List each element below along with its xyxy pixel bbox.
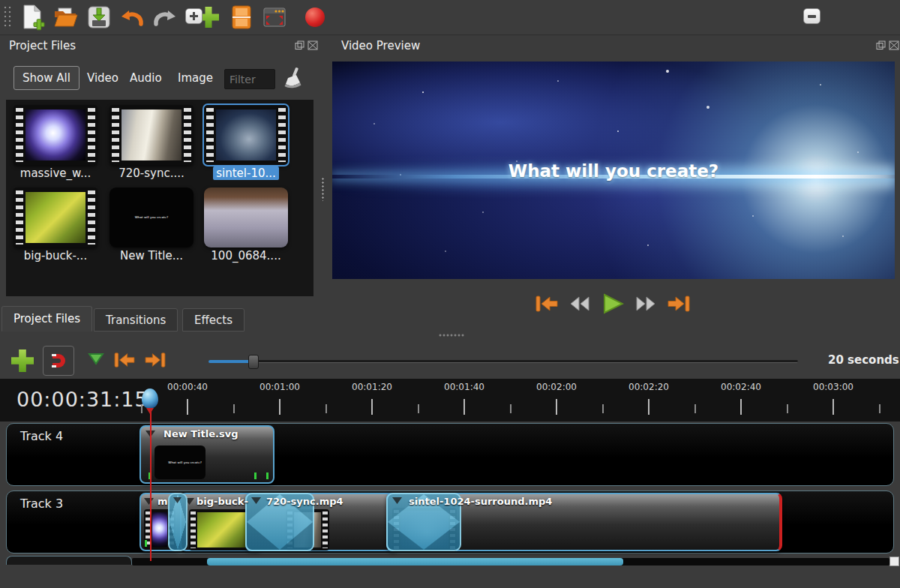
ruler-tick	[648, 399, 650, 415]
clip-new-title[interactable]: New Title.svg What will you create?	[140, 425, 274, 484]
file-label-newtitle[interactable]: New Title...	[107, 249, 196, 262]
add-track-button[interactable]	[6, 345, 39, 376]
chevron-down-icon[interactable]	[173, 497, 182, 503]
export-video-button[interactable]	[298, 2, 332, 33]
track-4-label: Track 4	[20, 429, 63, 443]
clear-filter-broom-icon[interactable]	[282, 68, 303, 90]
fullscreen-icon	[262, 7, 286, 28]
playhead-line	[150, 411, 152, 561]
file-thumbnail-bigbuck[interactable]	[14, 188, 98, 248]
add-marker-button[interactable]	[87, 352, 105, 369]
rewind-button[interactable]	[566, 292, 593, 315]
file-label-bigbuck[interactable]: big-buck-...	[11, 249, 100, 262]
chevron-down-icon[interactable]	[144, 498, 154, 505]
fast-forward-button[interactable]	[632, 292, 659, 315]
preview-overlay-text: What will you create?	[332, 161, 895, 181]
zoom-slider[interactable]	[208, 360, 798, 363]
float-panel-icon[interactable]	[876, 40, 886, 50]
plus-icon	[11, 350, 34, 372]
plus-icon	[190, 12, 198, 20]
zoom-in-button[interactable]	[185, 8, 202, 24]
new-project-button[interactable]	[16, 2, 50, 33]
filter-input[interactable]	[224, 69, 275, 89]
filter-image-button[interactable]: Image	[170, 66, 221, 90]
ruler-tick	[602, 404, 604, 413]
tab-effects[interactable]: Effects	[182, 308, 244, 332]
filter-show-all-button[interactable]: Show All	[14, 66, 80, 90]
scrollbar-thumb[interactable]	[207, 558, 623, 566]
vertical-splitter-handle[interactable]	[321, 177, 326, 201]
undo-button[interactable]	[116, 2, 148, 33]
file-thumbnail-massive[interactable]	[14, 105, 98, 165]
file-thumbnail-sintel[interactable]	[204, 105, 288, 165]
file-thumbnail-720sync[interactable]	[110, 105, 194, 165]
jump-start-icon	[534, 294, 560, 314]
ruler-label: 00:01:20	[342, 382, 402, 392]
sintel-thumb-image	[216, 110, 276, 160]
jump-to-start-button[interactable]	[532, 292, 560, 315]
next-marker-button[interactable]	[142, 351, 168, 372]
scrollbar-corner[interactable]	[890, 556, 899, 566]
ruler-tick	[879, 404, 880, 413]
redo-button[interactable]	[148, 2, 182, 33]
video-preview-title: Video Preview	[341, 39, 420, 52]
zoom-slider-handle[interactable]	[248, 355, 259, 369]
play-button[interactable]	[598, 292, 626, 315]
close-panel-icon[interactable]	[308, 40, 318, 50]
track-4-lane: Track 4 New Title.svg What will you crea…	[6, 423, 894, 486]
file-label-text: massive_w...	[20, 166, 91, 180]
ruler-tick	[187, 399, 188, 415]
chevron-down-icon[interactable]	[251, 497, 261, 504]
chevron-down-icon[interactable]	[392, 497, 402, 504]
playhead-handle[interactable]	[142, 388, 158, 409]
new-project-icon	[20, 4, 46, 31]
next-marker-icon	[142, 351, 168, 369]
keyframe-mark	[145, 540, 147, 547]
playback-controls	[532, 292, 692, 315]
save-project-button[interactable]	[82, 2, 116, 33]
file-label-massive[interactable]: massive_w...	[11, 166, 100, 180]
clip-label: big-buck-	[196, 496, 248, 507]
file-thumbnail-bedroom[interactable]	[204, 188, 288, 248]
ruler-tick	[832, 399, 834, 415]
tab-project-files[interactable]: Project Files	[2, 306, 92, 332]
float-panel-icon[interactable]	[295, 40, 305, 50]
jump-to-end-button[interactable]	[664, 292, 692, 315]
timeline-ruler[interactable]: 00:00:31:15 00:00:40 00:01:00 00:01:20 0…	[0, 379, 900, 422]
file-label-bedroom[interactable]: 100_0684....	[202, 249, 290, 262]
open-project-button[interactable]	[50, 2, 82, 33]
zoom-scale-label: 20 seconds	[828, 353, 899, 367]
ruler-label: 00:02:40	[711, 382, 771, 392]
keyframe-mark	[266, 472, 268, 479]
filter-audio-button[interactable]: Audio	[122, 66, 170, 90]
record-icon	[305, 8, 325, 27]
ruler-tick	[418, 404, 419, 413]
clip-label: 720-sync.mp4	[266, 496, 344, 507]
ruler-tick	[787, 404, 788, 413]
main-toolbar	[0, 0, 900, 35]
ruler-label: 00:02:00	[526, 382, 586, 392]
file-label-text-selected: sintel-10...	[213, 166, 279, 180]
horizontal-splitter-handle[interactable]	[439, 333, 464, 338]
ruler-tick	[279, 399, 280, 415]
file-label-sintel[interactable]: sintel-10...	[202, 166, 290, 180]
close-panel-icon[interactable]	[889, 40, 899, 50]
clip-thumb-newtitle: What will you create?	[154, 446, 206, 479]
transition-small[interactable]	[168, 493, 188, 551]
fullscreen-button[interactable]	[258, 2, 291, 33]
ruler-tick	[694, 404, 696, 413]
previous-marker-icon	[112, 351, 137, 369]
timeline-horizontal-scrollbar[interactable]	[132, 558, 890, 566]
file-thumbnail-newtitle[interactable]: What will you create?	[110, 188, 194, 248]
choose-profile-button[interactable]	[225, 2, 258, 33]
zoom-out-button[interactable]	[803, 8, 820, 24]
tab-transitions[interactable]: Transitions	[94, 308, 178, 332]
snapping-toggle-button[interactable]	[43, 346, 74, 376]
save-project-icon	[87, 5, 111, 29]
previous-marker-button[interactable]	[112, 351, 137, 372]
magnet-icon	[52, 354, 65, 368]
toolbar-grip-handle[interactable]	[3, 5, 12, 29]
filter-show-all-label: Show All	[22, 71, 70, 85]
file-label-720sync[interactable]: 720-sync....	[107, 166, 196, 180]
filter-video-button[interactable]: Video	[79, 66, 127, 90]
